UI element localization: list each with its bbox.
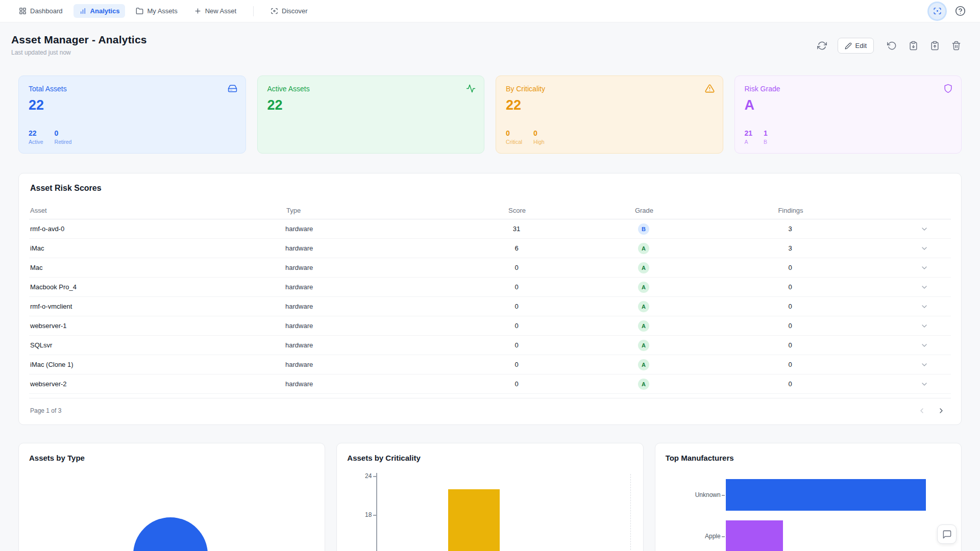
page-header: Asset Manager - Analytics Last updated j… xyxy=(0,22,980,56)
top-navigation: Dashboard Analytics My Assets New Asset … xyxy=(0,0,980,22)
stat-card-total-assets[interactable]: Total Assets 22 22 Active 0 Retired xyxy=(18,76,246,154)
grade-badge: A xyxy=(638,301,649,312)
delete-button[interactable] xyxy=(951,41,962,51)
asset-name: rmf-o-vmclient xyxy=(29,303,285,310)
refresh-button[interactable] xyxy=(817,41,827,51)
table-row[interactable]: rmf-o-vmclient hardware 0 A 0 xyxy=(29,297,951,316)
asset-type: hardware xyxy=(285,322,428,330)
stat-card-risk-grade[interactable]: Risk Grade A 21 A 1 B xyxy=(734,76,962,154)
activity-icon xyxy=(466,84,476,93)
export-dashboard-button[interactable] xyxy=(909,41,919,51)
asset-score: 31 xyxy=(428,225,605,233)
top-manufacturers-chart-card: Top Manufacturers Unknown Apple xyxy=(655,443,962,551)
row-expand-chevron[interactable] xyxy=(898,225,951,233)
undo-button[interactable] xyxy=(887,41,897,51)
manufacturer-bar-apple[interactable] xyxy=(726,520,783,551)
grade-badge: A xyxy=(638,262,649,273)
asset-findings: 3 xyxy=(682,244,898,252)
manufacturer-bar-unknown[interactable] xyxy=(726,479,926,511)
import-dashboard-button[interactable] xyxy=(930,41,940,51)
stat-card-active-assets[interactable]: Active Assets 22 xyxy=(257,76,485,154)
row-expand-chevron[interactable] xyxy=(898,322,951,330)
asset-type: hardware xyxy=(285,225,428,233)
nav-discover-label: Discover xyxy=(282,7,308,15)
asset-findings: 0 xyxy=(682,303,898,310)
nav-new-asset[interactable]: New Asset xyxy=(188,4,242,18)
row-expand-chevron[interactable] xyxy=(898,244,951,253)
substat-active: 22 Active xyxy=(29,129,43,145)
assets-by-criticality-chart-card: Assets by Criticality 24 18 xyxy=(336,443,643,551)
criticality-bar-low[interactable] xyxy=(448,489,500,551)
asset-name: rmf-o-avd-0 xyxy=(29,225,285,233)
asset-name: iMac (Clone 1) xyxy=(29,361,285,368)
table-row[interactable]: iMac hardware 6 A 3 xyxy=(29,239,951,258)
asset-score: 0 xyxy=(428,322,605,330)
substat-value: 0 xyxy=(55,129,72,137)
asset-score: 0 xyxy=(428,341,605,349)
nav-divider xyxy=(253,6,254,16)
asset-findings: 0 xyxy=(682,380,898,388)
table-row[interactable]: rmf-o-avd-0 hardware 31 B 3 xyxy=(29,219,951,239)
grade-badge: B xyxy=(638,223,649,235)
nav-discover[interactable]: Discover xyxy=(265,4,313,18)
page-title: Asset Manager - Analytics xyxy=(11,34,147,46)
table-row[interactable]: SQLsvr hardware 0 A 0 xyxy=(29,336,951,355)
assets-by-type-chart-card: Assets by Type xyxy=(18,443,325,551)
stat-card-value: A xyxy=(745,97,952,113)
stat-card-value: 22 xyxy=(29,97,236,113)
chat-button[interactable] xyxy=(937,524,957,544)
table-row[interactable]: webserver-1 hardware 0 A 0 xyxy=(29,316,951,336)
row-expand-chevron[interactable] xyxy=(898,380,951,388)
asset-name: iMac xyxy=(29,244,285,252)
y-tick-mark xyxy=(722,536,725,537)
plus-icon xyxy=(194,7,202,15)
asset-score: 6 xyxy=(428,244,605,252)
focus-mode-button[interactable] xyxy=(929,3,945,19)
substat-value: 1 xyxy=(764,129,768,137)
table-row[interactable]: webserver-2 hardware 0 A 0 xyxy=(29,374,951,394)
row-expand-chevron[interactable] xyxy=(898,341,951,349)
focus-icon xyxy=(933,7,942,15)
column-header-findings: Findings xyxy=(682,207,898,214)
edit-button[interactable]: Edit xyxy=(838,38,874,54)
asset-findings: 0 xyxy=(682,361,898,368)
next-page-button[interactable] xyxy=(936,405,947,416)
assets-by-type-pie[interactable] xyxy=(133,517,208,551)
row-expand-chevron[interactable] xyxy=(898,264,951,272)
grade-badge: A xyxy=(638,282,649,293)
header-toolbar: Edit xyxy=(817,38,962,54)
asset-findings: 0 xyxy=(682,322,898,330)
nav-my-assets[interactable]: My Assets xyxy=(130,4,183,18)
row-expand-chevron[interactable] xyxy=(898,361,951,369)
row-expand-chevron[interactable] xyxy=(898,283,951,291)
stat-card-by-criticality[interactable]: By Criticality 22 0 Critical 0 High xyxy=(496,76,723,154)
asset-name: Macbook Pro_4 xyxy=(29,283,285,291)
asset-type: hardware xyxy=(285,380,428,388)
table-row[interactable]: iMac (Clone 1) hardware 0 A 0 xyxy=(29,355,951,374)
grade-badge: A xyxy=(638,379,649,390)
column-header-grade: Grade xyxy=(605,207,682,214)
help-button[interactable] xyxy=(953,5,967,18)
table-header-row: Asset Type Score Grade Findings xyxy=(29,202,951,219)
stat-card-title: By Criticality xyxy=(506,85,713,93)
substat-critical: 0 Critical xyxy=(506,129,522,145)
nav-analytics[interactable]: Analytics xyxy=(74,4,126,18)
grade-badge: A xyxy=(638,359,649,370)
folder-icon xyxy=(136,7,143,15)
bar-chart-icon xyxy=(79,7,87,15)
grade-badge: A xyxy=(638,243,649,254)
column-header-score: Score xyxy=(428,207,605,214)
pagination-bar: Page 1 of 3 xyxy=(29,398,951,417)
prev-page-button[interactable] xyxy=(916,405,927,416)
substat-label: High xyxy=(533,139,545,145)
nav-dashboard[interactable]: Dashboard xyxy=(13,4,68,18)
substat-grade-a: 21 A xyxy=(745,129,753,145)
table-row[interactable]: Macbook Pro_4 hardware 0 A 0 xyxy=(29,278,951,297)
table-row[interactable]: Mac hardware 0 A 0 xyxy=(29,258,951,278)
asset-name: SQLsvr xyxy=(29,341,285,349)
asset-name: webserver-2 xyxy=(29,380,285,388)
nav-dashboard-label: Dashboard xyxy=(30,7,63,15)
substat-value: 22 xyxy=(29,129,43,137)
row-expand-chevron[interactable] xyxy=(898,303,951,311)
asset-findings: 0 xyxy=(682,341,898,349)
